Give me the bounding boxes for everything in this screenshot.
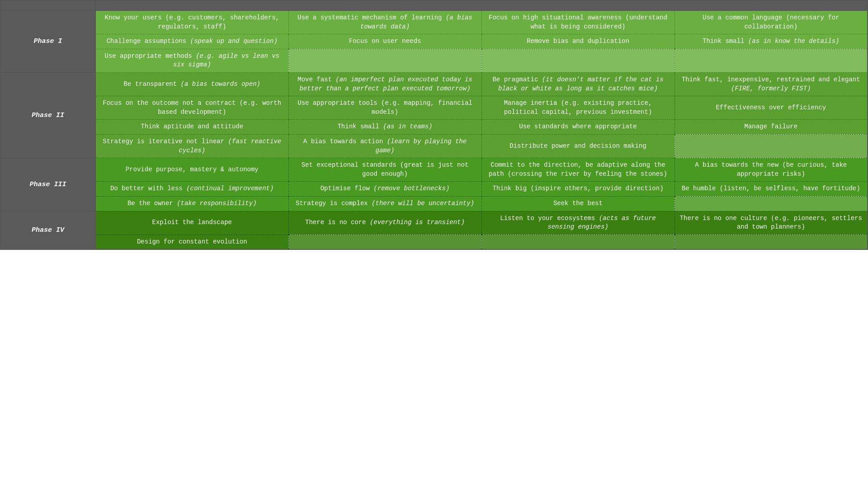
phase-2-row-2: Focus on the outcome not a contract (e.g…	[0, 96, 868, 120]
cell-p3-r1-c3: Commit to the direction, be adaptive alo…	[481, 158, 675, 182]
cell-p4-r2-c3	[481, 235, 675, 249]
cell-p4-r1-c4: There is no one culture (e.g. pioneers, …	[675, 211, 868, 235]
cell-p2-r2-c3: Manage inertia (e.g. existing practice, …	[481, 96, 675, 120]
cell-p1-r3-c4	[675, 49, 868, 72]
phase-4-row-1: Phase IVExploit the landscapeThere is no…	[0, 211, 868, 235]
phase-3-label: Phase III	[0, 158, 95, 211]
cell-p1-r1-c3: Focus on high situational awareness (und…	[481, 10, 675, 34]
cell-p1-r2-c1: Challenge assumptions (speak up and ques…	[95, 34, 288, 49]
cell-p1-r1-c4: Use a common language (necessary for col…	[675, 10, 868, 34]
header-doctrine	[95, 0, 868, 10]
cell-p3-r2-c3: Think big (inspire others, provide direc…	[481, 182, 675, 197]
header-category	[0, 0, 95, 10]
cell-p4-r1-c2: There is no core (everything is transien…	[288, 211, 481, 235]
phase-1-label: Phase I	[0, 10, 95, 72]
cell-p1-r3-c1: Use appropriate methods (e.g. agile vs l…	[95, 49, 288, 72]
cell-p4-r2-c1: Design for constant evolution	[95, 235, 288, 249]
phase-1-row-3: Use appropriate methods (e.g. agile vs l…	[0, 49, 868, 72]
phase-4-label: Phase IV	[0, 211, 95, 249]
cell-p2-r3-c1: Think aptitude and attitude	[95, 120, 288, 135]
cell-p2-r2-c2: Use appropriate tools (e.g. mapping, fin…	[288, 96, 481, 120]
cell-p1-r3-c3	[481, 49, 675, 72]
cell-p2-r1-c4: Think fast, inexpensive, restrained and …	[675, 72, 868, 96]
phase-2-row-1: Phase IIBe transparent (a bias towards o…	[0, 72, 868, 96]
phase-3-row-3: Be the owner (take responsibility)Strate…	[0, 196, 868, 211]
cell-p3-r1-c1: Provide purpose, mastery & autonomy	[95, 158, 288, 182]
cell-p2-r3-c3: Use standards where appropriate	[481, 120, 675, 135]
cell-p2-r1-c3: Be pragmatic (it doesn't matter if the c…	[481, 72, 675, 96]
cell-p1-r1-c2: Use a systematic mechanism of learning (…	[288, 10, 481, 34]
cell-p3-r1-c4: A bias towards the new (be curious, take…	[675, 158, 868, 182]
phase-1-row-1: Phase IKnow your users (e.g. customers, …	[0, 10, 868, 34]
cell-p1-r2-c4: Think small (as in know the details)	[675, 34, 868, 49]
cell-p4-r1-c3: Listen to your ecosystems (acts as futur…	[481, 211, 675, 235]
cell-p3-r3-c2: Strategy is complex (there will be uncer…	[288, 196, 481, 211]
cell-p3-r1-c2: Set exceptional standards (great is just…	[288, 158, 481, 182]
cell-p1-r1-c1: Know your users (e.g. customers, shareho…	[95, 10, 288, 34]
cell-p2-r3-c2: Think small (as in teams)	[288, 120, 481, 135]
cell-p2-r4-c2: A bias towards action (learn by playing …	[288, 134, 481, 158]
cell-p3-r3-c3: Seek the best	[481, 196, 675, 211]
cell-p4-r2-c2	[288, 235, 481, 249]
cell-p1-r3-c2	[288, 49, 481, 72]
phase-3-row-2: Do better with less (continual improveme…	[0, 182, 868, 197]
cell-p2-r3-c4: Manage failure	[675, 120, 868, 135]
cell-p3-r2-c4: Be humble (listen, be selfless, have for…	[675, 182, 868, 197]
cell-p2-r4-c3: Distribute power and decision making	[481, 134, 675, 158]
cell-p3-r2-c2: Optimise flow (remove bottlenecks)	[288, 182, 481, 197]
phase-4-row-2: Design for constant evolution	[0, 235, 868, 249]
cell-p2-r2-c4: Effectiveness over efficiency	[675, 96, 868, 120]
cell-p2-r1-c1: Be transparent (a bias towards open)	[95, 72, 288, 96]
phase-2-row-4: Strategy is iterative not linear (fast r…	[0, 134, 868, 158]
phase-2-label: Phase II	[0, 72, 95, 158]
cell-p2-r4-c4	[675, 134, 868, 158]
cell-p2-r1-c2: Move fast (an imperfect plan executed to…	[288, 72, 481, 96]
cell-p4-r1-c1: Exploit the landscape	[95, 211, 288, 235]
cell-p3-r3-c4	[675, 196, 868, 211]
phase-1-row-2: Challenge assumptions (speak up and ques…	[0, 34, 868, 49]
header-row	[0, 0, 868, 10]
cell-p2-r4-c1: Strategy is iterative not linear (fast r…	[95, 134, 288, 158]
cell-p3-r3-c1: Be the owner (take responsibility)	[95, 196, 288, 211]
cell-p4-r2-c4	[675, 235, 868, 249]
cell-p1-r2-c2: Focus on user needs	[288, 34, 481, 49]
cell-p2-r2-c1: Focus on the outcome not a contract (e.g…	[95, 96, 288, 120]
cell-p3-r2-c1: Do better with less (continual improveme…	[95, 182, 288, 197]
phase-3-row-1: Phase IIIProvide purpose, mastery & auto…	[0, 158, 868, 182]
cell-p1-r2-c3: Remove bias and duplication	[481, 34, 675, 49]
phase-2-row-3: Think aptitude and attitudeThink small (…	[0, 120, 868, 135]
